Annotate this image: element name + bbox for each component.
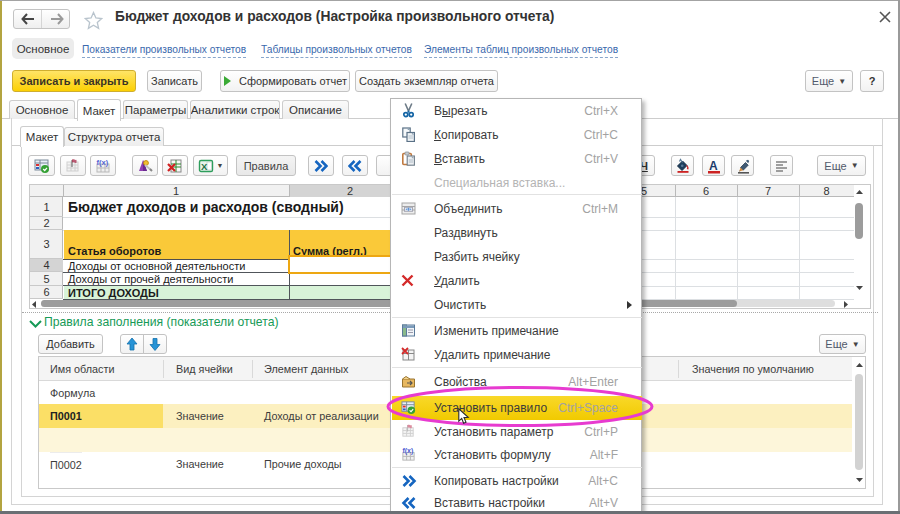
svg-text:f(x): f(x) bbox=[402, 447, 413, 455]
svg-text:X: X bbox=[201, 161, 208, 172]
svg-text:f(x): f(x) bbox=[97, 158, 109, 167]
svg-text:А: А bbox=[709, 159, 718, 173]
